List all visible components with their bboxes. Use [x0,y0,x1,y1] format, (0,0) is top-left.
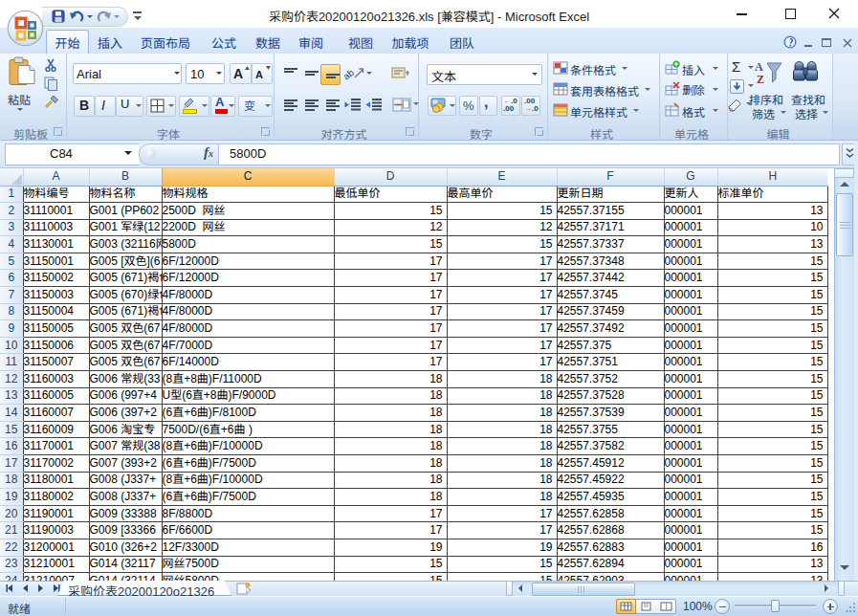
svg-text:ab: ab [344,67,356,82]
svg-text:A: A [755,60,763,74]
svg-text:Z: Z [757,73,764,85]
